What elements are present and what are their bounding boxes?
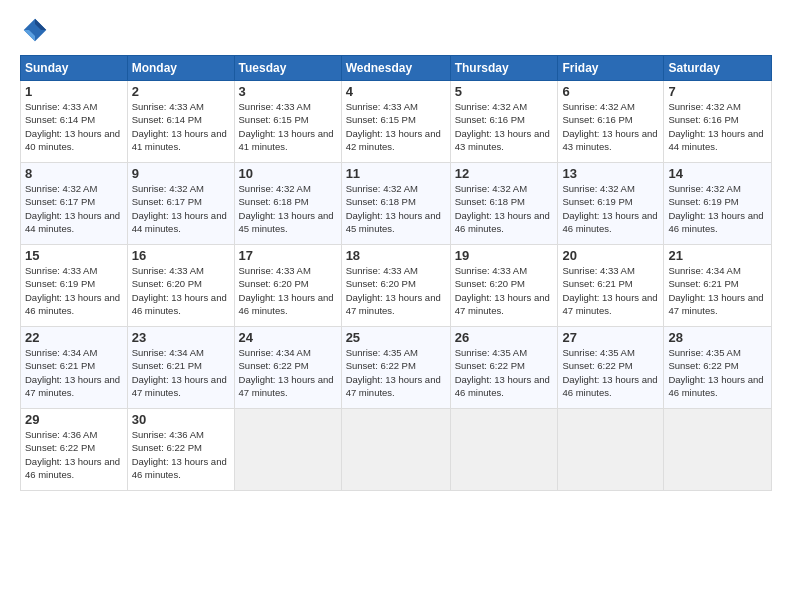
- day-number: 9: [132, 166, 230, 181]
- calendar-cell: 18 Sunrise: 4:33 AM Sunset: 6:20 PM Dayl…: [341, 245, 450, 327]
- calendar-cell: [341, 409, 450, 491]
- calendar-cell: [450, 409, 558, 491]
- day-info: Sunrise: 4:33 AM Sunset: 6:20 PM Dayligh…: [346, 264, 446, 317]
- day-number: 6: [562, 84, 659, 99]
- calendar-cell: [664, 409, 772, 491]
- day-info: Sunrise: 4:32 AM Sunset: 6:18 PM Dayligh…: [455, 182, 554, 235]
- day-number: 10: [239, 166, 337, 181]
- calendar-week-4: 22 Sunrise: 4:34 AM Sunset: 6:21 PM Dayl…: [21, 327, 772, 409]
- calendar-cell: 26 Sunrise: 4:35 AM Sunset: 6:22 PM Dayl…: [450, 327, 558, 409]
- calendar-cell: 29 Sunrise: 4:36 AM Sunset: 6:22 PM Dayl…: [21, 409, 128, 491]
- calendar-cell: 11 Sunrise: 4:32 AM Sunset: 6:18 PM Dayl…: [341, 163, 450, 245]
- day-number: 13: [562, 166, 659, 181]
- day-info: Sunrise: 4:36 AM Sunset: 6:22 PM Dayligh…: [25, 428, 123, 481]
- calendar-week-1: 1 Sunrise: 4:33 AM Sunset: 6:14 PM Dayli…: [21, 81, 772, 163]
- weekday-header-row: SundayMondayTuesdayWednesdayThursdayFrid…: [21, 56, 772, 81]
- day-info: Sunrise: 4:33 AM Sunset: 6:20 PM Dayligh…: [132, 264, 230, 317]
- day-number: 30: [132, 412, 230, 427]
- day-number: 26: [455, 330, 554, 345]
- day-info: Sunrise: 4:32 AM Sunset: 6:18 PM Dayligh…: [346, 182, 446, 235]
- day-info: Sunrise: 4:34 AM Sunset: 6:21 PM Dayligh…: [132, 346, 230, 399]
- day-info: Sunrise: 4:35 AM Sunset: 6:22 PM Dayligh…: [346, 346, 446, 399]
- day-info: Sunrise: 4:32 AM Sunset: 6:19 PM Dayligh…: [562, 182, 659, 235]
- calendar-cell: 17 Sunrise: 4:33 AM Sunset: 6:20 PM Dayl…: [234, 245, 341, 327]
- calendar-cell: 25 Sunrise: 4:35 AM Sunset: 6:22 PM Dayl…: [341, 327, 450, 409]
- calendar-cell: 10 Sunrise: 4:32 AM Sunset: 6:18 PM Dayl…: [234, 163, 341, 245]
- weekday-header-thursday: Thursday: [450, 56, 558, 81]
- day-number: 14: [668, 166, 767, 181]
- day-info: Sunrise: 4:34 AM Sunset: 6:21 PM Dayligh…: [25, 346, 123, 399]
- calendar-cell: 28 Sunrise: 4:35 AM Sunset: 6:22 PM Dayl…: [664, 327, 772, 409]
- calendar-week-3: 15 Sunrise: 4:33 AM Sunset: 6:19 PM Dayl…: [21, 245, 772, 327]
- day-info: Sunrise: 4:35 AM Sunset: 6:22 PM Dayligh…: [562, 346, 659, 399]
- day-number: 28: [668, 330, 767, 345]
- weekday-header-tuesday: Tuesday: [234, 56, 341, 81]
- calendar-cell: 6 Sunrise: 4:32 AM Sunset: 6:16 PM Dayli…: [558, 81, 664, 163]
- day-info: Sunrise: 4:36 AM Sunset: 6:22 PM Dayligh…: [132, 428, 230, 481]
- day-info: Sunrise: 4:33 AM Sunset: 6:15 PM Dayligh…: [346, 100, 446, 153]
- day-info: Sunrise: 4:32 AM Sunset: 6:17 PM Dayligh…: [132, 182, 230, 235]
- calendar-cell: 1 Sunrise: 4:33 AM Sunset: 6:14 PM Dayli…: [21, 81, 128, 163]
- weekday-header-saturday: Saturday: [664, 56, 772, 81]
- day-number: 25: [346, 330, 446, 345]
- day-number: 22: [25, 330, 123, 345]
- calendar-cell: 21 Sunrise: 4:34 AM Sunset: 6:21 PM Dayl…: [664, 245, 772, 327]
- day-info: Sunrise: 4:32 AM Sunset: 6:16 PM Dayligh…: [668, 100, 767, 153]
- calendar-cell: 4 Sunrise: 4:33 AM Sunset: 6:15 PM Dayli…: [341, 81, 450, 163]
- day-number: 24: [239, 330, 337, 345]
- calendar-cell: 3 Sunrise: 4:33 AM Sunset: 6:15 PM Dayli…: [234, 81, 341, 163]
- day-number: 16: [132, 248, 230, 263]
- calendar-cell: [234, 409, 341, 491]
- day-info: Sunrise: 4:33 AM Sunset: 6:20 PM Dayligh…: [455, 264, 554, 317]
- day-number: 4: [346, 84, 446, 99]
- day-info: Sunrise: 4:32 AM Sunset: 6:18 PM Dayligh…: [239, 182, 337, 235]
- day-number: 17: [239, 248, 337, 263]
- day-info: Sunrise: 4:35 AM Sunset: 6:22 PM Dayligh…: [455, 346, 554, 399]
- day-number: 3: [239, 84, 337, 99]
- calendar-cell: 23 Sunrise: 4:34 AM Sunset: 6:21 PM Dayl…: [127, 327, 234, 409]
- calendar-cell: 2 Sunrise: 4:33 AM Sunset: 6:14 PM Dayli…: [127, 81, 234, 163]
- calendar-cell: 27 Sunrise: 4:35 AM Sunset: 6:22 PM Dayl…: [558, 327, 664, 409]
- day-info: Sunrise: 4:34 AM Sunset: 6:21 PM Dayligh…: [668, 264, 767, 317]
- weekday-header-monday: Monday: [127, 56, 234, 81]
- calendar-cell: 24 Sunrise: 4:34 AM Sunset: 6:22 PM Dayl…: [234, 327, 341, 409]
- day-number: 19: [455, 248, 554, 263]
- logo: [20, 15, 54, 45]
- calendar-cell: 20 Sunrise: 4:33 AM Sunset: 6:21 PM Dayl…: [558, 245, 664, 327]
- calendar-cell: 7 Sunrise: 4:32 AM Sunset: 6:16 PM Dayli…: [664, 81, 772, 163]
- logo-icon: [20, 15, 50, 45]
- day-number: 29: [25, 412, 123, 427]
- calendar-cell: 15 Sunrise: 4:33 AM Sunset: 6:19 PM Dayl…: [21, 245, 128, 327]
- day-info: Sunrise: 4:33 AM Sunset: 6:14 PM Dayligh…: [25, 100, 123, 153]
- calendar-cell: [558, 409, 664, 491]
- calendar-cell: 19 Sunrise: 4:33 AM Sunset: 6:20 PM Dayl…: [450, 245, 558, 327]
- calendar-week-2: 8 Sunrise: 4:32 AM Sunset: 6:17 PM Dayli…: [21, 163, 772, 245]
- day-number: 8: [25, 166, 123, 181]
- day-info: Sunrise: 4:32 AM Sunset: 6:17 PM Dayligh…: [25, 182, 123, 235]
- calendar-week-5: 29 Sunrise: 4:36 AM Sunset: 6:22 PM Dayl…: [21, 409, 772, 491]
- page: SundayMondayTuesdayWednesdayThursdayFrid…: [0, 0, 792, 612]
- calendar-cell: 16 Sunrise: 4:33 AM Sunset: 6:20 PM Dayl…: [127, 245, 234, 327]
- calendar-cell: 9 Sunrise: 4:32 AM Sunset: 6:17 PM Dayli…: [127, 163, 234, 245]
- calendar-cell: 13 Sunrise: 4:32 AM Sunset: 6:19 PM Dayl…: [558, 163, 664, 245]
- calendar-cell: 22 Sunrise: 4:34 AM Sunset: 6:21 PM Dayl…: [21, 327, 128, 409]
- day-info: Sunrise: 4:33 AM Sunset: 6:14 PM Dayligh…: [132, 100, 230, 153]
- day-number: 15: [25, 248, 123, 263]
- day-number: 21: [668, 248, 767, 263]
- calendar-cell: 5 Sunrise: 4:32 AM Sunset: 6:16 PM Dayli…: [450, 81, 558, 163]
- day-info: Sunrise: 4:33 AM Sunset: 6:21 PM Dayligh…: [562, 264, 659, 317]
- calendar-cell: 12 Sunrise: 4:32 AM Sunset: 6:18 PM Dayl…: [450, 163, 558, 245]
- day-number: 12: [455, 166, 554, 181]
- day-number: 11: [346, 166, 446, 181]
- calendar-cell: 8 Sunrise: 4:32 AM Sunset: 6:17 PM Dayli…: [21, 163, 128, 245]
- day-info: Sunrise: 4:33 AM Sunset: 6:20 PM Dayligh…: [239, 264, 337, 317]
- calendar-cell: 14 Sunrise: 4:32 AM Sunset: 6:19 PM Dayl…: [664, 163, 772, 245]
- day-info: Sunrise: 4:32 AM Sunset: 6:19 PM Dayligh…: [668, 182, 767, 235]
- day-number: 7: [668, 84, 767, 99]
- day-info: Sunrise: 4:35 AM Sunset: 6:22 PM Dayligh…: [668, 346, 767, 399]
- day-number: 2: [132, 84, 230, 99]
- day-info: Sunrise: 4:32 AM Sunset: 6:16 PM Dayligh…: [562, 100, 659, 153]
- weekday-header-sunday: Sunday: [21, 56, 128, 81]
- weekday-header-friday: Friday: [558, 56, 664, 81]
- day-number: 1: [25, 84, 123, 99]
